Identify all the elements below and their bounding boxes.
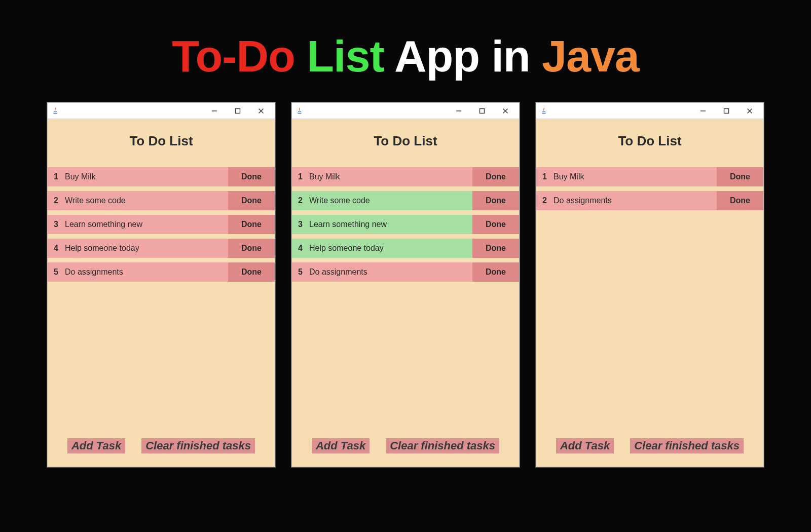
task-row: 5Do assignmentsDone [292, 262, 519, 282]
task-text[interactable]: 1Buy Milk [536, 167, 717, 186]
maximize-button[interactable] [715, 103, 738, 119]
done-button[interactable]: Done [228, 167, 275, 186]
task-label: Write some code [309, 196, 370, 205]
task-list: 1Buy MilkDone2Write some codeDone3Learn … [48, 167, 275, 282]
done-button[interactable]: Done [717, 191, 763, 210]
task-label: Do assignments [65, 268, 123, 277]
task-label: Learn something new [309, 220, 387, 229]
task-text[interactable]: 1Buy Milk [48, 167, 228, 186]
app-window: To Do List1Buy MilkDone2Write some codeD… [291, 102, 520, 467]
app-title: To Do List [536, 119, 763, 167]
task-text[interactable]: 4Help someone today [292, 239, 472, 258]
task-number: 3 [298, 220, 304, 229]
task-label: Help someone today [309, 244, 384, 253]
headline-word-java: Java [542, 31, 639, 81]
done-button[interactable]: Done [228, 191, 275, 210]
window-titlebar[interactable] [292, 103, 519, 119]
app-window: To Do List1Buy MilkDone2Write some codeD… [47, 102, 275, 467]
task-row: 1Buy MilkDone [292, 167, 519, 186]
done-button[interactable]: Done [717, 167, 763, 186]
task-number: 1 [54, 172, 60, 181]
windows-row: To Do List1Buy MilkDone2Write some codeD… [0, 102, 811, 467]
task-label: Buy Milk [65, 172, 95, 181]
page-headline: To-Do List App in Java [0, 0, 811, 102]
task-number: 1 [298, 172, 304, 181]
task-row: 2Write some codeDone [48, 191, 275, 210]
window-titlebar[interactable] [536, 103, 763, 119]
task-number: 5 [298, 268, 304, 277]
maximize-button[interactable] [470, 103, 494, 119]
task-label: Buy Milk [554, 172, 584, 181]
app-title: To Do List [48, 119, 275, 167]
task-text[interactable]: 3Learn something new [292, 215, 472, 234]
done-button[interactable]: Done [472, 167, 519, 186]
window-controls [203, 103, 273, 119]
headline-word-list: List [307, 31, 384, 81]
task-list: 1Buy MilkDone2Do assignmentsDone [536, 167, 763, 210]
footer-buttons: Add TaskClear finished tasks [48, 438, 275, 467]
app-window: To Do List1Buy MilkDone2Do assignmentsDo… [536, 102, 764, 467]
close-button[interactable] [249, 103, 273, 119]
close-button[interactable] [494, 103, 517, 119]
task-text[interactable]: 4Help someone today [48, 239, 228, 258]
task-row: 2Do assignmentsDone [536, 191, 763, 210]
window-body: To Do List1Buy MilkDone2Write some codeD… [292, 119, 519, 467]
task-label: Do assignments [554, 196, 612, 205]
task-number: 3 [54, 220, 60, 229]
minimize-button[interactable] [691, 103, 715, 119]
maximize-button[interactable] [226, 103, 249, 119]
svg-rect-5 [480, 108, 485, 113]
task-text[interactable]: 2Write some code [48, 191, 228, 210]
task-number: 2 [54, 196, 60, 205]
task-label: Buy Milk [309, 172, 340, 181]
task-row: 3Learn something newDone [292, 215, 519, 234]
task-label: Learn something new [65, 220, 142, 229]
task-number: 5 [54, 268, 60, 277]
app-title: To Do List [292, 119, 519, 167]
done-button[interactable]: Done [472, 215, 519, 234]
headline-word-appin: App in [394, 31, 530, 81]
footer-buttons: Add TaskClear finished tasks [536, 438, 763, 467]
task-text[interactable]: 2Do assignments [536, 191, 717, 210]
task-number: 4 [54, 244, 60, 253]
add-task-button[interactable]: Add Task [556, 438, 614, 453]
done-button[interactable]: Done [228, 239, 275, 258]
done-button[interactable]: Done [472, 262, 519, 282]
task-label: Write some code [65, 196, 126, 205]
window-titlebar[interactable] [48, 103, 275, 119]
task-text[interactable]: 1Buy Milk [292, 167, 472, 186]
add-task-button[interactable]: Add Task [312, 438, 370, 453]
task-row: 1Buy MilkDone [536, 167, 763, 186]
task-label: Help someone today [65, 244, 139, 253]
done-button[interactable]: Done [472, 239, 519, 258]
task-row: 3Learn something newDone [48, 215, 275, 234]
close-button[interactable] [738, 103, 761, 119]
window-controls [691, 103, 761, 119]
window-body: To Do List1Buy MilkDone2Do assignmentsDo… [536, 119, 763, 467]
task-row: 1Buy MilkDone [48, 167, 275, 186]
task-label: Do assignments [309, 268, 367, 277]
headline-word-todo: To-Do [172, 31, 295, 81]
task-text[interactable]: 2Write some code [292, 191, 472, 210]
java-icon [295, 106, 304, 116]
clear-finished-button[interactable]: Clear finished tasks [630, 438, 744, 453]
done-button[interactable]: Done [472, 191, 519, 210]
clear-finished-button[interactable]: Clear finished tasks [386, 438, 499, 453]
task-number: 1 [542, 172, 548, 181]
clear-finished-button[interactable]: Clear finished tasks [141, 438, 255, 453]
done-button[interactable]: Done [228, 262, 275, 282]
window-controls [447, 103, 517, 119]
task-list: 1Buy MilkDone2Write some codeDone3Learn … [292, 167, 519, 282]
task-text[interactable]: 3Learn something new [48, 215, 228, 234]
java-icon [539, 106, 548, 116]
task-text[interactable]: 5Do assignments [48, 262, 228, 282]
task-row: 2Write some codeDone [292, 191, 519, 210]
window-body: To Do List1Buy MilkDone2Write some codeD… [48, 119, 275, 467]
add-task-button[interactable]: Add Task [67, 438, 125, 453]
task-text[interactable]: 5Do assignments [292, 262, 472, 282]
done-button[interactable]: Done [228, 215, 275, 234]
minimize-button[interactable] [203, 103, 226, 119]
footer-buttons: Add TaskClear finished tasks [292, 438, 519, 467]
task-number: 4 [298, 244, 304, 253]
minimize-button[interactable] [447, 103, 470, 119]
